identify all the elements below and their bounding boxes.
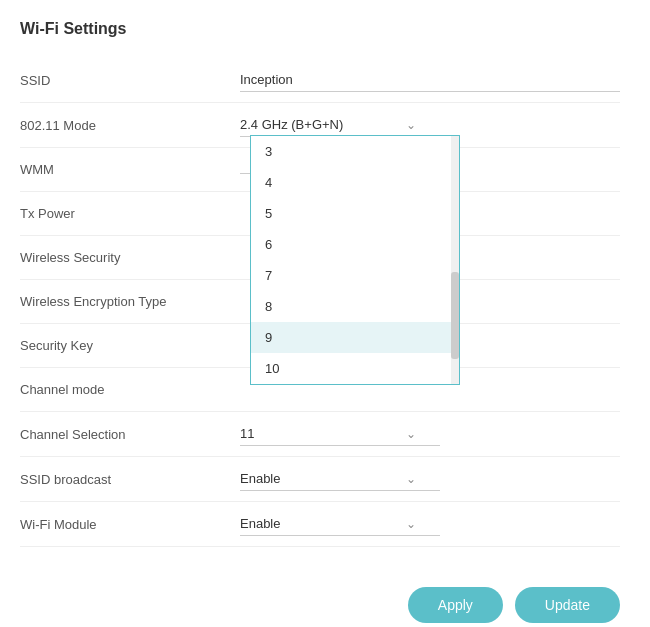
wifi-module-chevron-icon: ⌄ [406, 517, 416, 531]
mode-chevron-icon: ⌄ [406, 118, 416, 132]
security-key-label: Security Key [20, 338, 240, 353]
tx-power-label: Tx Power [20, 206, 240, 221]
dropdown-item-9[interactable]: 9 [251, 322, 451, 353]
dropdown-item-4[interactable]: 4 [251, 167, 451, 198]
buttons-row: Apply Update [20, 577, 620, 623]
wmm-label: WMM [20, 162, 240, 177]
dropdown-scrollbar-thumb [451, 272, 459, 359]
dropdown-item-3[interactable]: 3 [251, 136, 451, 167]
channel-dropdown: 3 4 5 6 7 8 9 10 [250, 135, 460, 385]
ssid-broadcast-label: SSID broadcast [20, 472, 240, 487]
wifi-module-label: Wi-Fi Module [20, 517, 240, 532]
ssid-broadcast-text: Enable [240, 471, 280, 486]
channel-chevron-icon: ⌄ [406, 427, 416, 441]
ssid-input[interactable] [240, 68, 620, 92]
mode-select[interactable]: 2.4 GHz (B+G+N) ⌄ [240, 113, 440, 137]
ssid-broadcast-select[interactable]: Enable ⌄ [240, 467, 440, 491]
channel-selection-row: Channel Selection 11 ⌄ [20, 412, 620, 457]
dropdown-scroll-area: 3 4 5 6 7 8 9 10 [251, 136, 459, 384]
wifi-module-row: Wi-Fi Module Enable ⌄ [20, 502, 620, 547]
ssid-row: SSID [20, 58, 620, 103]
ssid-value [240, 68, 620, 92]
ssid-broadcast-row: SSID broadcast Enable ⌄ [20, 457, 620, 502]
page-container: Wi-Fi Settings SSID 802.11 Mode 2.4 GHz … [0, 0, 650, 627]
wifi-module-select[interactable]: Enable ⌄ [240, 512, 440, 536]
page-title: Wi-Fi Settings [20, 20, 620, 38]
ssid-label: SSID [20, 73, 240, 88]
mode-label: 802.11 Mode [20, 118, 240, 133]
wifi-module-value: Enable ⌄ [240, 512, 620, 536]
dropdown-item-10[interactable]: 10 [251, 353, 451, 384]
mode-value: 2.4 GHz (B+G+N) ⌄ [240, 113, 620, 137]
wireless-security-label: Wireless Security [20, 250, 240, 265]
dropdown-item-5[interactable]: 5 [251, 198, 451, 229]
ssid-broadcast-value: Enable ⌄ [240, 467, 620, 491]
channel-selection-label: Channel Selection [20, 427, 240, 442]
dropdown-item-8[interactable]: 8 [251, 291, 451, 322]
wifi-module-text: Enable [240, 516, 280, 531]
channel-selection-select[interactable]: 11 ⌄ [240, 422, 440, 446]
update-button[interactable]: Update [515, 587, 620, 623]
mode-select-text: 2.4 GHz (B+G+N) [240, 117, 343, 132]
channel-selection-text: 11 [240, 426, 254, 441]
dropdown-scrollbar[interactable] [451, 136, 459, 384]
apply-button[interactable]: Apply [408, 587, 503, 623]
channel-mode-label: Channel mode [20, 382, 240, 397]
channel-selection-value: 11 ⌄ [240, 422, 620, 446]
dropdown-item-6[interactable]: 6 [251, 229, 451, 260]
dropdown-item-7[interactable]: 7 [251, 260, 451, 291]
ssid-broadcast-chevron-icon: ⌄ [406, 472, 416, 486]
wireless-encryption-label: Wireless Encryption Type [20, 294, 240, 309]
